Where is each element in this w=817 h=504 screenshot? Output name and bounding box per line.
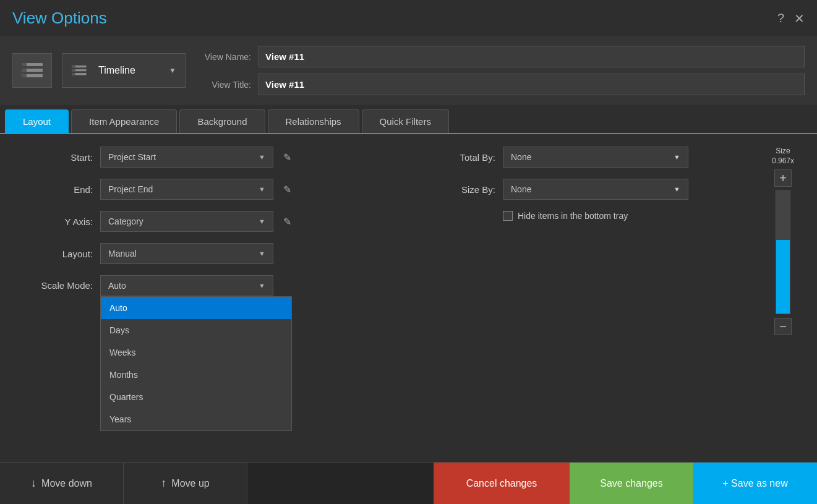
scale-option-quarters[interactable]: Quarters [101,386,291,408]
save-new-button[interactable]: + Save as new [693,463,817,505]
size-by-dropdown[interactable]: None ▼ [503,179,688,200]
svg-rect-10 [72,69,75,71]
header-section: Timeline ▼ View Name: View Title: [0,37,817,105]
scale-mode-container: Auto ▼ Auto Days Weeks [100,275,273,296]
total-by-label: Total By: [427,152,495,163]
total-by-dropdown[interactable]: None ▼ [503,147,688,168]
layout-dropdown-arrow: ▼ [259,250,265,257]
end-row: End: Project End ▼ ✎ [12,179,415,200]
scale-option-years[interactable]: Years [101,408,291,430]
svg-rect-4 [22,69,27,72]
tab-background[interactable]: Background [179,109,265,133]
size-by-row: Size By: None ▼ [427,179,761,200]
dialog-view-options: View Options ? ✕ [0,0,817,504]
scale-mode-dropdown-arrow: ▼ [259,282,265,289]
end-edit-icon[interactable]: ✎ [283,184,291,195]
yaxis-edit-icon[interactable]: ✎ [283,216,291,228]
view-type-label: Timeline [98,65,135,76]
title-bar: View Options ? ✕ [0,0,817,37]
total-by-dropdown-arrow: ▼ [674,153,680,161]
size-plus-button[interactable]: + [774,169,792,187]
scale-option-months[interactable]: Months [101,364,291,386]
scale-mode-row: Scale Mode: Auto ▼ Auto Days [12,275,415,296]
hide-items-checkbox[interactable] [503,211,513,221]
svg-rect-3 [22,63,27,66]
size-slider-track[interactable] [776,190,790,314]
view-name-row: View Name: [195,46,805,67]
end-dropdown[interactable]: Project End ▼ [100,179,273,200]
scale-option-weeks[interactable]: Weeks [101,341,291,364]
scale-mode-dropdown[interactable]: Auto ▼ [100,275,273,296]
main-content: Start: Project Start ▼ ✎ End: Project En… [0,134,817,462]
tab-item-appearance-label: Item Appearance [89,116,159,127]
total-by-row: Total By: None ▼ [427,147,761,168]
view-title-input[interactable] [259,74,805,95]
size-by-label: Size By: [427,184,495,195]
size-slider-panel: Size 0.967x + − [761,147,805,450]
tab-background-label: Background [197,116,247,127]
end-value: Project End [108,184,153,194]
scale-mode-label: Scale Mode: [12,275,93,291]
close-icon[interactable]: ✕ [794,11,805,26]
tab-layout-label: Layout [23,116,51,127]
tab-layout[interactable]: Layout [5,109,69,133]
scale-mode-value: Auto [108,281,126,291]
size-label: Size 0.967x [772,147,794,166]
total-by-value: None [511,152,531,162]
size-minus-button[interactable]: − [774,318,792,335]
end-label: End: [12,184,93,195]
size-by-dropdown-arrow: ▼ [674,186,680,193]
size-slider-fill [776,240,790,314]
view-name-input[interactable] [259,46,805,67]
view-icon-svg [20,61,44,80]
start-dropdown[interactable]: Project Start ▼ [100,147,273,168]
view-icon-box [12,53,52,88]
view-type-dropdown[interactable]: Timeline ▼ [62,53,186,88]
bottom-bar: ↓ Move down ↑ Move up Cancel changes Sav… [0,462,817,504]
move-down-button[interactable]: ↓ Move down [0,463,124,505]
view-title-label: View Title: [195,80,251,90]
size-by-value: None [511,184,531,194]
save-button[interactable]: Save changes [570,463,693,505]
view-name-label: View Name: [195,52,251,62]
yaxis-value: Category [108,216,143,226]
tab-item-appearance[interactable]: Item Appearance [71,109,177,133]
tab-relationships-label: Relationships [286,116,341,127]
yaxis-dropdown[interactable]: Category ▼ [100,211,273,232]
view-title-row: View Title: [195,74,805,95]
left-panel: Start: Project Start ▼ ✎ End: Project En… [12,147,415,450]
move-up-icon: ↑ [161,477,166,490]
start-label: Start: [12,152,93,163]
scale-mode-dropdown-open: Auto Days Weeks Months Quarters [100,296,292,431]
help-icon[interactable]: ? [777,11,784,25]
layout-label: Layout: [12,249,93,259]
hide-items-label: Hide items in the bottom tray [518,211,628,221]
yaxis-row: Y Axis: Category ▼ ✎ [12,211,415,232]
view-fields: View Name: View Title: [195,46,805,95]
layout-dropdown[interactable]: Manual ▼ [100,243,273,264]
right-panel: Total By: None ▼ Size By: None ▼ Hide it… [415,147,761,450]
start-row: Start: Project Start ▼ ✎ [12,147,415,168]
start-value: Project Start [108,152,156,162]
cancel-button[interactable]: Cancel changes [434,463,570,505]
scale-option-days[interactable]: Days [101,319,291,341]
end-dropdown-arrow: ▼ [259,186,265,193]
start-dropdown-arrow: ▼ [259,153,265,161]
svg-rect-11 [72,73,75,75]
svg-rect-9 [72,66,75,67]
tabs-bar: Layout Item Appearance Background Relati… [0,105,817,134]
tab-quick-filters[interactable]: Quick Filters [362,109,449,133]
layout-row: Layout: Manual ▼ [12,243,415,264]
hide-items-row: Hide items in the bottom tray [427,211,761,221]
layout-value: Manual [108,249,137,258]
yaxis-label: Y Axis: [12,216,93,227]
tab-relationships[interactable]: Relationships [268,109,359,133]
move-up-button[interactable]: ↑ Move up [124,463,247,505]
tab-quick-filters-label: Quick Filters [380,116,431,127]
yaxis-dropdown-arrow: ▼ [259,218,265,225]
dialog-title: View Options [12,9,107,28]
svg-rect-5 [22,74,27,77]
start-edit-icon[interactable]: ✎ [283,152,291,163]
scale-option-auto[interactable]: Auto [101,297,291,319]
title-bar-icons: ? ✕ [777,11,805,26]
